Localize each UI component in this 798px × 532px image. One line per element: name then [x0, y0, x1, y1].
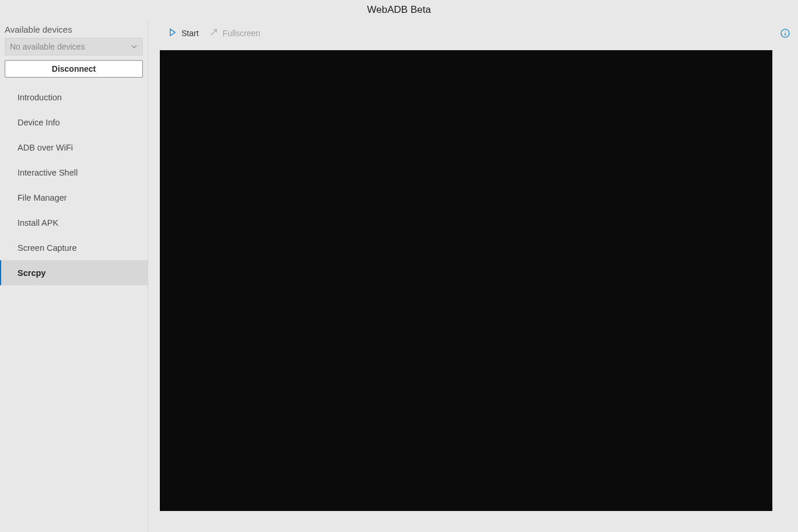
- sidebar-item-label: Introduction: [18, 93, 62, 102]
- sidebar-item-label: ADB over WiFi: [18, 143, 73, 152]
- sidebar-nav: Introduction Device Info ADB over WiFi I…: [0, 85, 148, 285]
- start-button-label: Start: [181, 29, 199, 38]
- available-devices-label: Available devices: [0, 24, 148, 38]
- disconnect-button-label: Disconnect: [52, 64, 96, 74]
- fullscreen-button[interactable]: Fullscreen: [209, 28, 261, 38]
- sidebar-item-screen-capture[interactable]: Screen Capture: [0, 235, 148, 260]
- sidebar-item-label: Screen Capture: [18, 243, 77, 253]
- main-content: Start Fullscreen: [148, 20, 798, 532]
- app-header: WebADB Beta: [0, 0, 798, 20]
- sidebar-item-label: Device Info: [18, 118, 60, 127]
- app-title: WebADB Beta: [367, 4, 430, 16]
- sidebar-item-label: Interactive Shell: [18, 168, 78, 177]
- sidebar: Available devices No available devices D…: [0, 20, 148, 532]
- sidebar-item-scrcpy[interactable]: Scrcpy: [0, 260, 148, 285]
- sidebar-item-label: Scrcpy: [18, 268, 46, 278]
- toolbar-right: [780, 29, 790, 38]
- screen-preview[interactable]: [160, 50, 772, 511]
- sidebar-item-introduction[interactable]: Introduction: [0, 85, 148, 110]
- content-area: [148, 47, 798, 532]
- toolbar: Start Fullscreen: [148, 20, 798, 47]
- sidebar-item-adb-over-wifi[interactable]: ADB over WiFi: [0, 135, 148, 160]
- disconnect-button[interactable]: Disconnect: [5, 60, 143, 78]
- sidebar-item-label: File Manager: [18, 193, 67, 202]
- sidebar-item-interactive-shell[interactable]: Interactive Shell: [0, 160, 148, 185]
- play-icon: [168, 28, 177, 38]
- sidebar-item-install-apk[interactable]: Install APK: [0, 210, 148, 235]
- main-layout: Available devices No available devices D…: [0, 20, 798, 532]
- svg-line-1: [211, 30, 216, 35]
- chevron-down-icon: [131, 43, 138, 50]
- svg-point-4: [785, 31, 785, 32]
- start-button[interactable]: Start: [168, 28, 199, 38]
- device-dropdown[interactable]: No available devices: [5, 38, 143, 55]
- fullscreen-icon: [209, 28, 218, 38]
- svg-marker-0: [170, 29, 175, 36]
- toolbar-left: Start Fullscreen: [168, 28, 780, 38]
- sidebar-item-file-manager[interactable]: File Manager: [0, 185, 148, 210]
- fullscreen-button-label: Fullscreen: [223, 29, 261, 38]
- sidebar-item-label: Install APK: [18, 218, 58, 228]
- device-dropdown-placeholder: No available devices: [10, 42, 85, 51]
- sidebar-item-device-info[interactable]: Device Info: [0, 110, 148, 135]
- info-icon[interactable]: [780, 29, 790, 38]
